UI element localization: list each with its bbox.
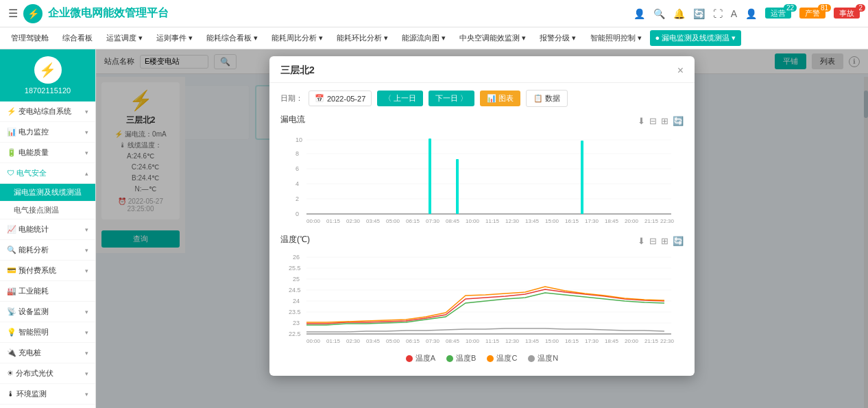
sidebar-item-industrial[interactable]: 🏭 工业能耗 xyxy=(0,281,95,302)
sidebar-item-device-archive[interactable]: 📁 设备档案 ▾ xyxy=(0,405,95,408)
prev-day-button[interactable]: 〈 上一日 xyxy=(377,91,423,106)
leakage-chart: 10 8 6 4 2 0 xyxy=(280,130,684,226)
main-layout: ⚡ 18702115120 ⚡ 变电站综自系统 ▾ 📊 电力监控 ▾ 🔋 电能质… xyxy=(0,49,868,408)
temp-chart-section: 温度(℃) ⬇ ⊟ ⊞ 🔄 26 25.5 25 xyxy=(269,234,695,376)
chevron-down-icon: ▾ xyxy=(85,108,88,115)
legend-label-a: 温度A xyxy=(415,353,435,363)
nav-events[interactable]: 运则事件 ▾ xyxy=(151,30,198,46)
sidebar-sub-junction-temp[interactable]: 电气接点测温 xyxy=(0,202,95,219)
refresh-chart-icon[interactable]: 🔄 xyxy=(673,116,684,126)
nav-monitor[interactable]: 运监调度 ▾ xyxy=(101,30,148,46)
reset-icon-temp[interactable]: ⊞ xyxy=(661,236,668,246)
sidebar-item-energy-stats[interactable]: 📈 电能统计 ▾ xyxy=(0,219,95,240)
svg-text:06:15: 06:15 xyxy=(406,218,420,224)
energy-stats-label: 📈 电能统计 xyxy=(7,224,49,235)
font-icon[interactable]: A xyxy=(731,8,737,19)
svg-text:15:00: 15:00 xyxy=(545,338,559,344)
elec-safety-label: 🛡 电气安全 xyxy=(7,168,47,178)
sidebar-item-smart-lighting[interactable]: 💡 智能照明 ▾ xyxy=(0,322,95,343)
svg-text:6: 6 xyxy=(296,165,299,172)
sidebar-item-prepaid[interactable]: 💳 预付费系统 ▾ xyxy=(0,261,95,281)
sidebar-item-substation[interactable]: ⚡ 变电站综自系统 ▾ xyxy=(0,101,95,122)
warning-badge[interactable]: 产警 81 xyxy=(799,8,825,19)
svg-text:10: 10 xyxy=(296,136,302,143)
nav-energy-board[interactable]: 能耗综合看板 ▾ xyxy=(201,30,263,46)
sidebar-item-env-monitor[interactable]: 🌡 环境监测 ▾ xyxy=(0,384,95,405)
data-icon: 📋 xyxy=(533,94,543,103)
chevron-down-icon: ▾ xyxy=(85,226,88,233)
date-value: 2022-05-27 xyxy=(327,95,365,103)
substation-label: ⚡ 变电站综自系统 xyxy=(7,106,71,117)
svg-text:12:30: 12:30 xyxy=(505,338,520,344)
menu-icon[interactable]: ☰ xyxy=(8,7,18,20)
accident-badge[interactable]: 事故 2 xyxy=(834,8,860,19)
download-icon-temp[interactable]: ⬇ xyxy=(638,236,645,246)
nav-management[interactable]: 管理驾驶舱 xyxy=(5,30,54,46)
legend-label-n: 温度N xyxy=(538,353,558,363)
nav-overview[interactable]: 综合看板 xyxy=(57,30,98,46)
ops-badge[interactable]: 运营 22 xyxy=(765,8,791,19)
legend-dot-b xyxy=(446,355,453,362)
svg-text:26: 26 xyxy=(293,254,300,261)
leakage-chart-title: 漏电流 xyxy=(280,114,305,125)
chart-view-button[interactable]: 📊 图表 xyxy=(480,91,520,106)
nav-hvac[interactable]: 中央空调能效监测 ▾ xyxy=(454,30,531,46)
next-day-button[interactable]: 下一日 〉 xyxy=(429,91,474,106)
svg-text:13:45: 13:45 xyxy=(525,218,540,224)
svg-text:12:30: 12:30 xyxy=(505,218,520,224)
chart-actions: ⬇ ⊟ ⊞ 🔄 xyxy=(638,116,684,126)
sidebar-item-power-monitor[interactable]: 📊 电力监控 ▾ xyxy=(0,122,95,143)
svg-text:13:45: 13:45 xyxy=(525,338,540,344)
nav-leakage[interactable]: ● 漏电监测及线缆测温 ▾ xyxy=(650,30,742,46)
sidebar-sub-leakage[interactable]: 漏电监测及线缆测温 xyxy=(0,184,95,202)
svg-text:10:00: 10:00 xyxy=(466,218,480,224)
nav-chain-analysis[interactable]: 能耗环比分析 ▾ xyxy=(331,30,394,46)
svg-text:16:15: 16:15 xyxy=(565,218,579,224)
search-icon[interactable]: 🔍 xyxy=(653,8,665,19)
person-icon[interactable]: 👤 xyxy=(634,8,645,19)
nav-week-analysis[interactable]: 能耗周比分析 ▾ xyxy=(266,30,328,46)
sidebar-item-device-monitor[interactable]: 📡 设备监测 ▾ xyxy=(0,302,95,322)
svg-text:18:45: 18:45 xyxy=(605,338,619,344)
leakage-chart-section: 漏电流 ⬇ ⊟ ⊞ 🔄 10 8 6 xyxy=(269,114,695,234)
modal-toolbar: 日期： 📅 2022-05-27 〈 上一日 下一日 〉 📊 图表 📋 数据 xyxy=(269,83,695,114)
svg-rect-12 xyxy=(429,139,431,214)
svg-text:22.5: 22.5 xyxy=(289,331,301,337)
chevron-down-icon: ▾ xyxy=(85,329,88,336)
nav-alarm[interactable]: 报警分级 ▾ xyxy=(534,30,581,46)
user-icon[interactable]: 👤 xyxy=(745,8,757,19)
download-icon[interactable]: ⬇ xyxy=(638,116,645,126)
bell-icon[interactable]: 🔔 xyxy=(673,8,685,19)
data-view-button[interactable]: 📋 数据 xyxy=(526,90,568,107)
legend-label-b: 温度B xyxy=(456,353,476,363)
sidebar-item-energy-analysis[interactable]: 🔍 能耗分析 ▾ xyxy=(0,240,95,261)
svg-text:00:00: 00:00 xyxy=(306,218,321,224)
svg-text:05:00: 05:00 xyxy=(386,338,400,344)
sidebar-item-solar[interactable]: ☀ 分布式光伏 ▾ xyxy=(0,363,95,384)
date-picker[interactable]: 📅 2022-05-27 xyxy=(309,91,372,106)
device-monitor-label: 📡 设备监测 xyxy=(7,307,49,317)
refresh-icon[interactable]: 🔄 xyxy=(693,8,705,19)
nav-energy-flow[interactable]: 能源流向图 ▾ xyxy=(396,30,451,46)
nav-lighting[interactable]: 智能照明控制 ▾ xyxy=(585,30,647,46)
sidebar-item-power-quality[interactable]: 🔋 电能质量 ▾ xyxy=(0,143,95,163)
temp-svg: 26 25.5 25 24.5 24 23.5 23 22.5 xyxy=(280,250,678,349)
site-avatar: ⚡ xyxy=(23,4,43,23)
svg-text:11:15: 11:15 xyxy=(485,218,500,224)
expand-icon[interactable]: ⊟ xyxy=(649,116,657,126)
refresh-icon-temp[interactable]: 🔄 xyxy=(673,236,684,246)
svg-text:4: 4 xyxy=(296,180,299,187)
svg-rect-14 xyxy=(581,141,583,214)
svg-text:22:30: 22:30 xyxy=(660,218,675,224)
sidebar-item-ev-charger[interactable]: 🔌 充电桩 ▾ xyxy=(0,343,95,363)
solar-label: ☀ 分布式光伏 xyxy=(7,368,53,379)
svg-text:20:00: 20:00 xyxy=(625,218,639,224)
svg-text:24: 24 xyxy=(293,298,300,304)
svg-text:21:15: 21:15 xyxy=(644,218,659,224)
expand-icon-temp[interactable]: ⊟ xyxy=(649,236,657,246)
sidebar-item-elec-safety[interactable]: 🛡 电气安全 ▴ xyxy=(0,163,95,184)
fullscreen-icon[interactable]: ⛶ xyxy=(713,8,723,19)
reset-icon[interactable]: ⊞ xyxy=(661,116,668,126)
modal-close-button[interactable]: × xyxy=(677,64,684,77)
chevron-down-icon: ▾ xyxy=(85,391,88,398)
